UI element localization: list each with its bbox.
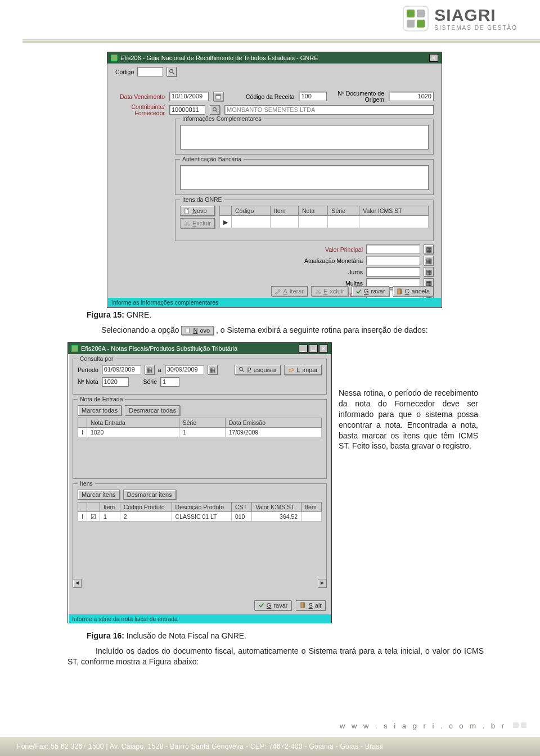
svg-line-6 xyxy=(173,73,174,74)
desmarcar-todas-button[interactable]: Desmarcar todas xyxy=(125,405,180,415)
explain-paragraph: Nessa rotina, o período de recebimento d… xyxy=(339,388,478,451)
svg-rect-3 xyxy=(407,20,415,28)
document-icon xyxy=(185,328,191,333)
input-num-doc[interactable]: 1020 xyxy=(389,92,434,101)
excluir-item-button[interactable]: EExcluirxcluir xyxy=(180,218,215,228)
input-data-vencimento[interactable]: 10/10/2009 xyxy=(169,92,209,101)
close-icon[interactable]: × xyxy=(319,345,328,352)
svg-point-9 xyxy=(213,108,216,111)
desmarcar-itens-button[interactable]: Desmarcar itens xyxy=(123,490,176,500)
label-juros: Juros xyxy=(284,269,363,275)
app-icon xyxy=(111,55,118,61)
legend-itens: Itens xyxy=(78,480,95,487)
label-periodo: Período xyxy=(78,366,98,373)
scroll-left-icon[interactable]: ◄ xyxy=(73,579,82,588)
label-data-vencimento: Data Vencimento xyxy=(115,93,165,100)
svg-rect-22 xyxy=(400,288,402,293)
app-icon xyxy=(71,345,78,352)
input-periodo-to[interactable]: 30/09/2009 xyxy=(165,365,204,374)
grid-nota-entrada[interactable]: Nota Entrada Série Data Emissão I 1020 1… xyxy=(78,418,322,437)
label-contrib-l2: Fornecedor xyxy=(134,110,165,116)
label-a: a xyxy=(158,366,161,373)
excluir-button[interactable]: EExcluirxcluir xyxy=(311,286,348,296)
caption-figura-16: Figura 16: Inclusão de Nota Fiscal na GN… xyxy=(87,631,484,640)
svg-rect-2 xyxy=(417,10,425,17)
marcar-itens-button[interactable]: Marcar itens xyxy=(78,490,120,500)
input-nnota[interactable]: 1020 xyxy=(102,377,129,387)
calendar-icon[interactable] xyxy=(213,92,223,101)
status-bar-win1: Informe as informações complementares xyxy=(108,298,441,307)
col-data-emissao: Data Emissão xyxy=(225,418,321,427)
input-atualizacao[interactable] xyxy=(366,256,420,265)
grid-itens-gnre[interactable]: Código Item Nota Série Valor ICMS ST ▶ xyxy=(219,206,429,228)
calendar-icon[interactable]: ▦ xyxy=(208,365,218,374)
groupbox-info-complementares: Informações Complementares xyxy=(175,119,434,155)
horizontal-scrollbar[interactable]: ◄ ► xyxy=(73,579,327,588)
input-periodo-from[interactable]: 01/09/2009 xyxy=(102,365,141,374)
col-codigo: Código xyxy=(232,206,271,216)
limpar-button[interactable]: LimparLimpar xyxy=(284,365,322,375)
scissors-icon xyxy=(184,220,190,227)
table-row[interactable]: I ☑ 1 2 CLASSIC 01 LT 010 364,52 xyxy=(78,511,322,521)
col-desc-produto: Descrição Produto xyxy=(172,502,231,511)
door-icon xyxy=(397,288,403,295)
cancela-button[interactable]: CCancelaancela xyxy=(393,286,434,296)
pesquisar-button[interactable]: PesquisarPesquisar xyxy=(235,365,281,375)
check-icon xyxy=(258,602,264,608)
groupbox-autenticacao: Autenticação Bancária xyxy=(175,159,434,195)
input-cod-receita[interactable]: 100 xyxy=(299,92,327,101)
table-row[interactable]: ▶ xyxy=(220,216,429,228)
text-before-novo: Selecionando a opção xyxy=(101,325,181,334)
input-juros[interactable] xyxy=(366,267,420,277)
minimize-icon[interactable]: _ xyxy=(299,345,308,352)
calc-icon[interactable]: ▦ xyxy=(424,245,434,254)
svg-rect-26 xyxy=(289,369,294,372)
textarea-info-complementares[interactable] xyxy=(180,125,429,150)
marcar-todas-button[interactable]: Marcar todas xyxy=(78,405,122,415)
textarea-autenticacao[interactable] xyxy=(180,165,429,190)
input-contrib-name[interactable]: MONSANTO SEMENTES LTDA xyxy=(224,105,434,115)
col-serie: Série xyxy=(328,206,359,216)
maximize-icon[interactable]: □ xyxy=(309,345,318,352)
label-cod-receita: Código da Receita xyxy=(246,93,294,100)
window-title: Efis206 - Guia Nacional de Recolhimento … xyxy=(120,55,318,61)
sair-button[interactable]: SairSair xyxy=(296,600,326,610)
legend-entrada: Nota de Entrada xyxy=(78,396,125,402)
groupbox-nota-entrada: Nota de Entrada Marcar todas Desmarcar t… xyxy=(73,399,327,479)
input-valor-principal[interactable] xyxy=(366,245,420,254)
input-serie[interactable]: 1 xyxy=(160,377,179,387)
gravar-button-2[interactable]: GravarGravar xyxy=(254,600,292,610)
col-valoricms: Valor ICMS ST xyxy=(359,206,429,216)
input-contrib-code[interactable]: 10000011 xyxy=(169,105,205,115)
text-after-novo: , o Sistema exibirá a seguinte rotina pa… xyxy=(216,325,428,334)
close-icon[interactable]: × xyxy=(429,54,438,62)
search-codigo-icon[interactable] xyxy=(166,67,177,76)
novo-button[interactable]: NNovoovo xyxy=(180,206,215,216)
window-title-2: Efis206A - Notas Fiscais/Produtos Substi… xyxy=(81,345,237,352)
gravar-button[interactable]: GGravarravar xyxy=(352,286,389,296)
table-row[interactable]: I 1020 1 17/09/2009 xyxy=(78,427,322,437)
scroll-right-icon[interactable]: ► xyxy=(318,579,327,588)
door-icon xyxy=(300,602,306,608)
final-paragraph: Incluído os dados do documento fiscal, a… xyxy=(68,646,484,667)
titlebar-efis206a: Efis206A - Notas Fiscais/Produtos Substi… xyxy=(68,343,331,354)
status-bar-win2: Informe a série da nota fiscal de entrad… xyxy=(69,614,331,623)
footer-url: w w w . s i a g r i . c o m . b r xyxy=(340,722,506,730)
pencil-icon xyxy=(275,288,281,295)
alterar-button[interactable]: AAlterarlterar xyxy=(271,286,308,296)
calc-icon[interactable]: ▦ xyxy=(424,267,434,277)
col-cod-produto: Código Produto xyxy=(120,502,172,511)
caption-figura-15: Figura 15: GNRE. xyxy=(87,310,484,319)
document-icon xyxy=(184,208,190,214)
groupbox-consulta: Consulta por Período 01/09/2009 ▦ a 30/0… xyxy=(73,359,327,395)
calendar-icon[interactable]: ▦ xyxy=(145,365,155,374)
input-codigo[interactable] xyxy=(137,67,163,76)
legend-auth: Autenticação Bancária xyxy=(180,156,244,162)
label-atualizacao: Atualização Monetária xyxy=(284,257,363,264)
calc-icon[interactable]: ▦ xyxy=(424,256,434,265)
legend-itens-gnre: Itens da GNRE xyxy=(180,196,224,203)
window-efis206a: Efis206A - Notas Fiscais/Produtos Substi… xyxy=(68,342,332,623)
grid-itens[interactable]: Item Código Produto Descrição Produto CS… xyxy=(78,502,322,522)
footer-bar: Fone/Fax: 55 62 3267 1500 | Av. Caiapó, … xyxy=(0,737,540,756)
lookup-contrib-icon[interactable] xyxy=(210,105,220,115)
